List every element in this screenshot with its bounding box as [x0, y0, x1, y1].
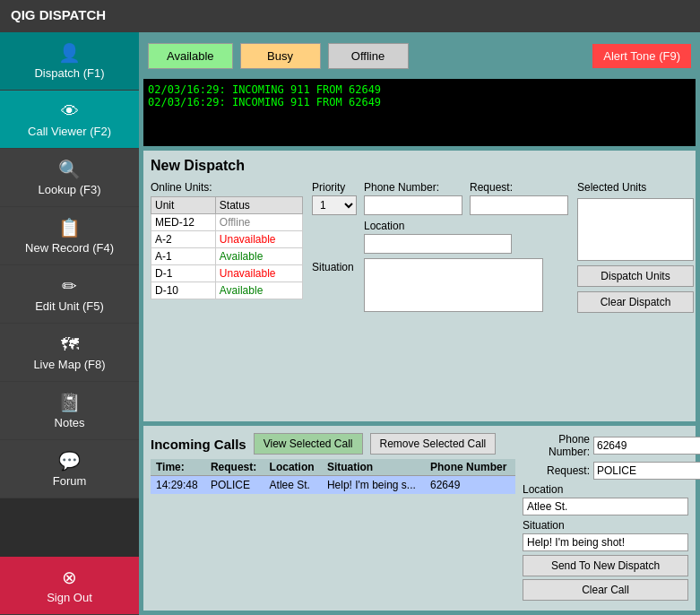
offline-button[interactable]: Offline	[328, 43, 409, 69]
incoming-header: Incoming Calls View Selected Call Remove…	[151, 433, 515, 455]
sign-out-icon: ⊗	[62, 567, 77, 588]
available-button[interactable]: Available	[148, 43, 233, 69]
situation-label-field: Situation	[312, 261, 357, 273]
sidebar-item-live-map[interactable]: 🗺 Live Map (F8)	[0, 324, 139, 382]
sidebar-edit-unit-label: Edit Unit (F5)	[35, 299, 104, 313]
calls-table-header: Time: Request: Location Situation Phone …	[151, 459, 515, 476]
detail-situation-section: Situation	[523, 519, 688, 551]
location-group: Location	[364, 220, 512, 254]
priority-group: Priority 1 2 3 4 5	[312, 181, 357, 215]
dispatch-section: New Dispatch Online Units: Unit Status M	[143, 151, 696, 421]
units-table: Unit Status MED-12OfflineA-2UnavailableA…	[151, 196, 303, 299]
unit-row[interactable]: D-10Available	[151, 282, 303, 299]
incoming-calls-title: Incoming Calls	[151, 437, 246, 452]
call-cell-time: 14:29:48	[151, 476, 205, 495]
sidebar: 👤 Dispatch (F1) 👁 Call Viewer (F2) 🔍 Loo…	[0, 32, 139, 615]
situation-col: Situation	[322, 459, 425, 476]
units-table-header: Unit Status	[151, 197, 303, 214]
sidebar-item-forum[interactable]: 💬 Forum	[0, 440, 139, 498]
view-selected-button[interactable]: View Selected Call	[254, 433, 363, 455]
detail-request-input[interactable]	[593, 462, 700, 480]
clear-call-button[interactable]: Clear Call	[523, 579, 688, 601]
detail-phone-label: Phone Number:	[523, 433, 590, 458]
sidebar-item-notes[interactable]: 📓 Notes	[0, 382, 139, 440]
phone-number-input[interactable]	[364, 195, 462, 215]
call-viewer-icon: 👁	[61, 101, 79, 122]
unit-row[interactable]: MED-12Offline	[151, 214, 303, 231]
dispatch-icon: 👤	[58, 42, 81, 64]
request-input[interactable]	[470, 195, 568, 215]
request-group: Request:	[470, 181, 568, 215]
calls-list-panel: Incoming Calls View Selected Call Remove…	[151, 433, 515, 603]
phone-number-label: Phone Number:	[364, 181, 462, 194]
detail-situation-input[interactable]	[523, 533, 688, 551]
detail-situation-label: Situation	[523, 519, 688, 532]
incoming-section: Incoming Calls View Selected Call Remove…	[143, 426, 696, 611]
busy-button[interactable]: Busy	[240, 43, 321, 69]
phone-col: Phone Number	[425, 459, 515, 476]
calls-table: Time: Request: Location Situation Phone …	[151, 459, 515, 494]
sidebar-live-map-label: Live Map (F8)	[33, 358, 105, 371]
incoming-layout: Incoming Calls View Selected Call Remove…	[151, 433, 688, 603]
edit-unit-icon: ✏	[62, 275, 77, 297]
sidebar-call-viewer-label: Call Viewer (F2)	[28, 125, 111, 138]
alert-tone-button[interactable]: Alert Tone (F9)	[592, 44, 691, 68]
app-title: QIG DISPATCH	[11, 7, 106, 22]
new-record-icon: 📋	[58, 217, 81, 238]
detail-location-section: Location	[523, 483, 688, 515]
request-col: Request:	[205, 459, 264, 476]
units-panel: Online Units: Unit Status MED-12OfflineA…	[151, 181, 303, 316]
detail-request-row: Request:	[523, 462, 688, 480]
unit-name: A-1	[151, 248, 216, 265]
location-row: Location	[312, 220, 568, 254]
unit-row[interactable]: A-2Unavailable	[151, 231, 303, 248]
dispatch-inner: Online Units: Unit Status MED-12OfflineA…	[151, 181, 688, 316]
unit-col-header: Unit	[151, 197, 216, 214]
call-cell-situation: Help! I'm being s...	[322, 476, 425, 495]
notes-icon: 📓	[58, 392, 81, 413]
sidebar-item-call-viewer[interactable]: 👁 Call Viewer (F2)	[0, 91, 139, 149]
unit-name: MED-12	[151, 214, 216, 231]
sidebar-item-edit-unit[interactable]: ✏ Edit Unit (F5)	[0, 265, 139, 324]
unit-name: D-1	[151, 265, 216, 282]
unit-name: D-10	[151, 282, 216, 299]
unit-status: Offline	[215, 214, 302, 231]
log-line-2: 02/03/16:29: INCOMING 911 FROM 62649	[148, 96, 691, 108]
clear-dispatch-button[interactable]: Clear Dispatch	[577, 291, 694, 313]
dispatch-form: Priority 1 2 3 4 5 Phone Number:	[312, 181, 568, 316]
detail-phone-input[interactable]	[593, 437, 700, 455]
unit-row[interactable]: A-1Available	[151, 248, 303, 265]
call-row[interactable]: 14:29:48POLICEAtlee St.Help! I'm being s…	[151, 476, 515, 495]
sidebar-item-dispatch[interactable]: 👤 Dispatch (F1)	[0, 32, 139, 91]
lookup-icon: 🔍	[58, 159, 81, 180]
sidebar-item-sign-out[interactable]: ⊗ Sign Out	[0, 557, 139, 615]
detail-phone-row: Phone Number:	[523, 433, 688, 458]
priority-label: Priority	[312, 181, 357, 194]
top-bar: Available Busy Offline Alert Tone (F9)	[139, 32, 700, 79]
sidebar-sign-out-label: Sign Out	[47, 591, 92, 604]
detail-request-label: Request:	[523, 464, 590, 477]
situation-textarea[interactable]	[364, 258, 543, 312]
live-map-icon: 🗺	[61, 334, 79, 355]
dispatch-units-button[interactable]: Dispatch Units	[577, 265, 694, 287]
unit-name: A-2	[151, 231, 216, 248]
sidebar-item-lookup[interactable]: 🔍 Lookup (F3)	[0, 149, 139, 207]
unit-row[interactable]: D-1Unavailable	[151, 265, 303, 282]
selected-units-box	[577, 198, 694, 261]
location-input[interactable]	[364, 234, 512, 254]
sidebar-item-new-record[interactable]: 📋 New Record (F4)	[0, 207, 139, 265]
priority-select[interactable]: 1 2 3 4 5	[312, 195, 357, 215]
location-label: Location	[364, 220, 512, 232]
detail-location-input[interactable]	[523, 498, 688, 515]
unit-status: Unavailable	[215, 265, 302, 282]
call-cell-location: Atlee St.	[264, 476, 322, 495]
send-to-new-dispatch-button[interactable]: Send To New Dispatch	[523, 555, 688, 576]
unit-status: Available	[215, 248, 302, 265]
remove-selected-button[interactable]: Remove Selected Call	[370, 433, 497, 455]
sidebar-lookup-label: Lookup (F3)	[38, 183, 100, 196]
unit-status: Available	[215, 282, 302, 299]
call-cell-request: POLICE	[205, 476, 264, 495]
time-col: Time:	[151, 459, 205, 476]
sidebar-forum-label: Forum	[53, 474, 87, 488]
priority-phone-row: Priority 1 2 3 4 5 Phone Number:	[312, 181, 568, 215]
